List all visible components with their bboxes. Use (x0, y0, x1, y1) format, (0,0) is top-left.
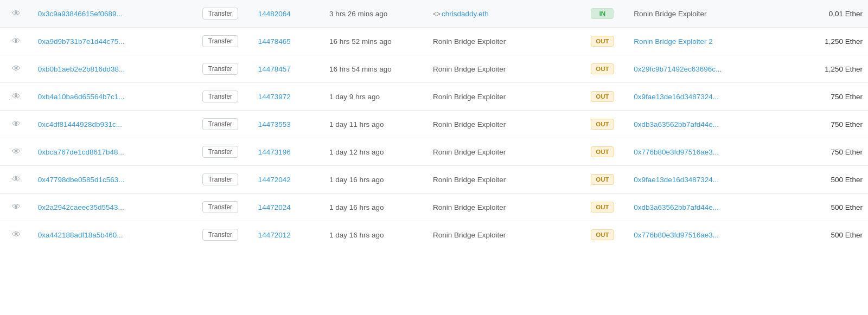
eye-cell: 👁 (0, 221, 33, 249)
value-cell: 500 Ether (784, 166, 868, 194)
eye-icon[interactable]: 👁 (12, 64, 21, 73)
table-row: 👁0xb4a10ba6d65564b7c1...Transfer14473972… (0, 83, 868, 111)
type-cell: Transfer (188, 0, 252, 28)
value-text: 500 Ether (831, 231, 863, 239)
age-text: 3 hrs 26 mins ago (329, 10, 387, 18)
eye-icon[interactable]: 👁 (12, 230, 21, 239)
to-link[interactable]: Ronin Bridge Exploiter 2 (634, 37, 713, 46)
transfer-badge: Transfer (202, 229, 238, 241)
tx-hash-link[interactable]: 0xb0b1aeb2e2b816dd38... (38, 65, 125, 73)
from-text: Ronin Bridge Exploiter (433, 148, 506, 156)
block-link[interactable]: 14472024 (258, 203, 291, 211)
table-row: 👁0xc4df81444928db931c...Transfer14473553… (0, 111, 868, 138)
direction-cell: OUT (577, 138, 629, 166)
eye-icon[interactable]: 👁 (12, 147, 21, 156)
value-cell: 0.01 Ether (784, 0, 868, 28)
block-cell: 14472024 (253, 194, 324, 221)
value-text: 1,250 Ether (825, 65, 863, 73)
direction-badge: OUT (591, 202, 614, 213)
value-cell: 500 Ether (784, 194, 868, 221)
to-cell: 0x9fae13de16d3487324... (628, 83, 784, 111)
tx-hash-link[interactable]: 0x3c9a93846615ef0689... (38, 10, 123, 18)
age-text: 16 hrs 52 mins ago (329, 37, 392, 46)
block-link[interactable]: 14473553 (258, 120, 291, 128)
block-link[interactable]: 14478465 (258, 37, 291, 46)
to-cell: 0xdb3a63562bb7afd44e... (628, 111, 784, 138)
to-cell: 0xdb3a63562bb7afd44e... (628, 194, 784, 221)
to-link[interactable]: 0x29fc9b71492ec63696c... (634, 65, 722, 73)
age-cell: 1 day 12 hrs ago (324, 138, 427, 166)
block-link[interactable]: 14482064 (258, 10, 291, 18)
tx-hash-link[interactable]: 0x47798dbe0585d1c563... (38, 176, 125, 184)
block-link[interactable]: 14473972 (258, 93, 291, 101)
table-row: 👁0xa442188adf18a5b460...Transfer14472012… (0, 221, 868, 249)
eye-icon[interactable]: 👁 (12, 202, 21, 211)
transactions-table-container: 👁0x3c9a93846615ef0689...Transfer14482064… (0, 0, 868, 248)
tx-hash-link[interactable]: 0xa9d9b731b7e1d44c75... (38, 37, 125, 46)
type-cell: Transfer (188, 166, 252, 194)
from-text: Ronin Bridge Exploiter (433, 93, 506, 101)
eye-icon[interactable]: 👁 (12, 9, 21, 18)
to-link[interactable]: 0x9fae13de16d3487324... (634, 93, 719, 101)
from-text: Ronin Bridge Exploiter (433, 120, 506, 128)
transfer-badge: Transfer (202, 201, 238, 213)
age-text: 1 day 16 hrs ago (329, 176, 384, 184)
direction-cell: OUT (577, 55, 629, 83)
from-text: Ronin Bridge Exploiter (433, 231, 506, 239)
direction-cell: OUT (577, 194, 629, 221)
to-text: Ronin Bridge Exploiter (634, 10, 706, 18)
tx-hash-link[interactable]: 0xb4a10ba6d65564b7c1... (38, 93, 125, 101)
transfer-badge: Transfer (202, 118, 238, 130)
from-text: Ronin Bridge Exploiter (433, 37, 506, 46)
age-text: 1 day 12 hrs ago (329, 148, 384, 156)
value-text: 750 Ether (831, 93, 863, 101)
from-cell: Ronin Bridge Exploiter (427, 138, 577, 166)
eye-icon[interactable]: 👁 (12, 175, 21, 184)
value-cell: 750 Ether (784, 138, 868, 166)
from-text: Ronin Bridge Exploiter (433, 176, 506, 184)
from-cell: Ronin Bridge Exploiter (427, 221, 577, 249)
value-cell: 500 Ether (784, 221, 868, 249)
to-link[interactable]: 0x9fae13de16d3487324... (634, 176, 719, 184)
block-link[interactable]: 14478457 (258, 65, 291, 73)
block-link[interactable]: 14472012 (258, 231, 291, 239)
to-link[interactable]: 0x776b80e3fd97516ae3... (634, 231, 719, 239)
to-cell: 0x776b80e3fd97516ae3... (628, 221, 784, 249)
tx-hash-cell: 0xbca767de1cd8617b48... (33, 138, 188, 166)
to-link[interactable]: 0xdb3a63562bb7afd44e... (634, 203, 719, 211)
eye-cell: 👁 (0, 83, 33, 111)
block-link[interactable]: 14473196 (258, 148, 291, 156)
eye-icon[interactable]: 👁 (12, 36, 21, 46)
direction-cell: OUT (577, 83, 629, 111)
eye-cell: 👁 (0, 194, 33, 221)
to-link[interactable]: 0xdb3a63562bb7afd44e... (634, 120, 719, 128)
age-cell: 16 hrs 54 mins ago (324, 55, 427, 83)
tx-hash-link[interactable]: 0xa442188adf18a5b460... (38, 231, 123, 239)
eye-cell: 👁 (0, 0, 33, 28)
to-cell: 0x9fae13de16d3487324... (628, 166, 784, 194)
type-cell: Transfer (188, 55, 252, 83)
transactions-table: 👁0x3c9a93846615ef0689...Transfer14482064… (0, 0, 868, 248)
block-link[interactable]: 14472042 (258, 176, 291, 184)
eye-icon[interactable]: 👁 (12, 92, 21, 101)
value-cell: 750 Ether (784, 83, 868, 111)
age-text: 1 day 9 hrs ago (329, 93, 380, 101)
from-cell: Ronin Bridge Exploiter (427, 194, 577, 221)
eye-icon[interactable]: 👁 (12, 119, 21, 128)
direction-badge: OUT (591, 36, 614, 47)
tx-hash-link[interactable]: 0xbca767de1cd8617b48... (38, 148, 124, 156)
from-link[interactable]: chrisdaddy.eth (442, 10, 489, 18)
to-link[interactable]: 0x776b80e3fd97516ae3... (634, 148, 719, 156)
eye-cell: 👁 (0, 28, 33, 55)
tx-hash-link[interactable]: 0x2a2942caeec35d5543... (38, 203, 124, 211)
tx-hash-link[interactable]: 0xc4df81444928db931c... (38, 120, 122, 128)
value-cell: 750 Ether (784, 111, 868, 138)
eye-cell: 👁 (0, 138, 33, 166)
direction-cell: OUT (577, 166, 629, 194)
block-cell: 14482064 (253, 0, 324, 28)
tx-hash-cell: 0xa442188adf18a5b460... (33, 221, 188, 249)
eye-cell: 👁 (0, 166, 33, 194)
value-text: 750 Ether (831, 148, 863, 156)
table-row: 👁0xb0b1aeb2e2b816dd38...Transfer14478457… (0, 55, 868, 83)
table-row: 👁0xbca767de1cd8617b48...Transfer14473196… (0, 138, 868, 166)
